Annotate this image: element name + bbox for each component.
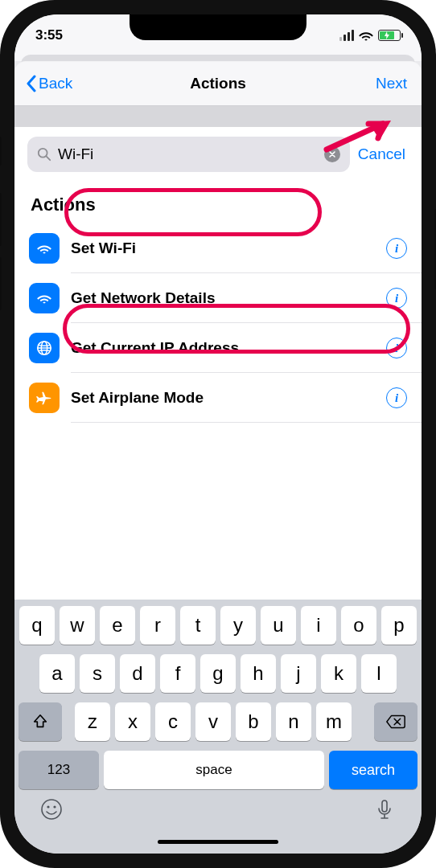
- key-c[interactable]: c: [155, 702, 191, 741]
- key-x[interactable]: x: [115, 702, 150, 741]
- key-z[interactable]: z: [75, 702, 110, 741]
- notch: [130, 14, 306, 40]
- info-button[interactable]: i: [386, 288, 407, 309]
- section-header: Actions: [14, 182, 422, 223]
- action-row-ip-address[interactable]: Get Current IP Address i: [14, 323, 422, 373]
- svg-rect-9: [382, 800, 387, 812]
- space-key[interactable]: space: [104, 751, 324, 789]
- wifi-icon: [359, 30, 373, 41]
- nav-title: Actions: [190, 75, 246, 92]
- airplane-icon: [29, 383, 60, 413]
- mute-switch: [0, 137, 2, 166]
- action-row-network-details[interactable]: Get Network Details i: [14, 273, 422, 323]
- keyboard: qwertyuiop asdfghjkl zxcvbnm 123 space s…: [14, 600, 422, 829]
- info-button[interactable]: i: [386, 338, 407, 358]
- key-v[interactable]: v: [195, 702, 231, 741]
- search-input[interactable]: [58, 145, 318, 163]
- backspace-icon: [385, 714, 406, 730]
- volume-down-button: [0, 257, 2, 310]
- cancel-button[interactable]: Cancel: [358, 145, 409, 163]
- search-icon: [37, 147, 51, 162]
- next-button[interactable]: Next: [376, 75, 407, 92]
- key-l[interactable]: l: [361, 654, 397, 693]
- info-button[interactable]: i: [386, 238, 407, 259]
- emoji-icon[interactable]: [39, 797, 64, 821]
- svg-point-1: [39, 149, 47, 158]
- info-button[interactable]: i: [386, 387, 407, 408]
- svg-point-7: [47, 805, 49, 808]
- back-label: Back: [39, 75, 72, 92]
- battery-icon: [378, 30, 401, 41]
- x-icon: [328, 150, 336, 158]
- wifi-icon: [29, 233, 60, 264]
- cellular-icon: [339, 30, 354, 41]
- key-r[interactable]: r: [140, 606, 175, 645]
- keyboard-row-3: zxcvbnm: [19, 702, 417, 741]
- action-label: Get Current IP Address: [71, 339, 375, 357]
- content-spacer: [14, 423, 422, 600]
- key-y[interactable]: y: [220, 606, 256, 645]
- key-t[interactable]: t: [180, 606, 216, 645]
- key-k[interactable]: k: [321, 654, 356, 693]
- sheet-gap: [14, 106, 422, 127]
- back-button[interactable]: Back: [26, 75, 72, 92]
- volume-up-button: [0, 193, 2, 246]
- search-field[interactable]: [27, 137, 350, 172]
- svg-line-2: [47, 157, 51, 161]
- key-b[interactable]: b: [236, 702, 271, 741]
- key-s[interactable]: s: [80, 654, 115, 693]
- key-d[interactable]: d: [120, 654, 155, 693]
- action-list: Set Wi-Fi i Get Network Details i: [14, 223, 422, 423]
- backspace-key[interactable]: [374, 702, 417, 741]
- key-n[interactable]: n: [276, 702, 311, 741]
- key-q[interactable]: q: [19, 606, 55, 645]
- status-time: 3:55: [35, 27, 63, 43]
- key-p[interactable]: p: [381, 606, 417, 645]
- key-g[interactable]: g: [200, 654, 236, 693]
- svg-point-6: [42, 800, 61, 819]
- key-j[interactable]: j: [281, 654, 316, 693]
- chevron-left-icon: [26, 75, 37, 92]
- keyboard-row-1: qwertyuiop: [19, 606, 417, 645]
- shift-key[interactable]: [19, 702, 62, 741]
- key-w[interactable]: w: [60, 606, 95, 645]
- home-indicator[interactable]: [14, 829, 422, 854]
- action-row-airplane[interactable]: Set Airplane Mode i: [14, 373, 422, 423]
- key-e[interactable]: e: [100, 606, 135, 645]
- key-o[interactable]: o: [341, 606, 376, 645]
- globe-icon: [29, 333, 60, 363]
- shift-icon: [31, 713, 49, 731]
- action-label: Set Wi-Fi: [71, 240, 375, 257]
- action-row-set-wifi[interactable]: Set Wi-Fi i: [14, 223, 422, 273]
- key-u[interactable]: u: [261, 606, 296, 645]
- keyboard-row-2: asdfghjkl: [19, 654, 417, 693]
- nav-bar: Back Actions Next: [14, 61, 422, 106]
- svg-point-8: [53, 805, 56, 808]
- key-m[interactable]: m: [316, 702, 352, 741]
- action-label: Set Airplane Mode: [71, 389, 375, 407]
- key-h[interactable]: h: [241, 654, 276, 693]
- phone-frame: 3:55 Back Actions Next: [0, 0, 436, 868]
- numbers-key[interactable]: 123: [19, 751, 99, 789]
- key-f[interactable]: f: [160, 654, 195, 693]
- mic-icon[interactable]: [372, 797, 397, 821]
- modal-background-edge: [14, 51, 422, 61]
- action-label: Get Network Details: [71, 289, 375, 307]
- key-i[interactable]: i: [301, 606, 336, 645]
- wifi-icon: [29, 283, 60, 313]
- search-key[interactable]: search: [329, 751, 417, 789]
- clear-button[interactable]: [324, 146, 340, 162]
- key-a[interactable]: a: [39, 654, 75, 693]
